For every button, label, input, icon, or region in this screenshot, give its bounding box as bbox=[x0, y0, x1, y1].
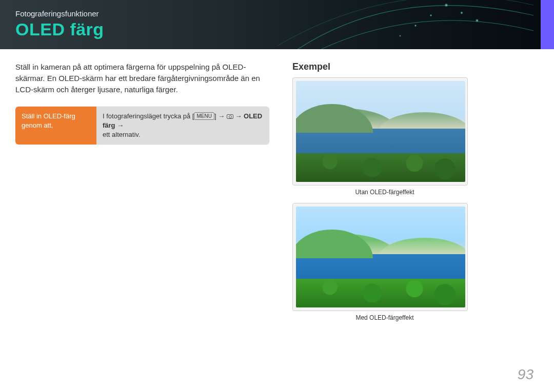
body-paragraph: Ställ in kameran på att optimera färgern… bbox=[15, 61, 272, 95]
setting-label-line2: genom att, bbox=[22, 121, 53, 129]
setting-box: Ställ in OLED-färg genom att, I fotograf… bbox=[15, 107, 269, 145]
svg-point-0 bbox=[444, 3, 448, 7]
svg-point-5 bbox=[399, 35, 401, 37]
examples-column: Exempel Utan OLED-färgeffekt Med OLED-fä… bbox=[292, 61, 477, 328]
breadcrumb: Fotograferingsfunktioner bbox=[15, 9, 99, 18]
example-image-without bbox=[296, 81, 465, 182]
setting-label: Ställ in OLED-färg genom att, bbox=[15, 107, 96, 145]
page-number: 93 bbox=[518, 366, 533, 383]
svg-point-4 bbox=[414, 25, 417, 27]
svg-point-1 bbox=[460, 11, 463, 14]
example-frame-with bbox=[292, 203, 468, 311]
page-title: OLED färg bbox=[15, 19, 104, 39]
instr-suffix: ett alternativ. bbox=[103, 131, 140, 138]
instr-prefix: I fotograferingsläget trycka på [ bbox=[103, 112, 194, 120]
setting-label-line1: Ställ in OLED-färg bbox=[22, 112, 75, 120]
header-banner: Fotograferingsfunktioner OLED färg bbox=[0, 0, 554, 49]
left-column: Ställ in kameran på att optimera färgern… bbox=[15, 61, 272, 145]
example-frame-without bbox=[292, 77, 468, 185]
setting-instruction: I fotograferingsläget trycka på [MENU] →… bbox=[96, 107, 269, 145]
instr-arrow2: → bbox=[115, 121, 124, 129]
instr-mid: ] → bbox=[214, 112, 227, 120]
swirl-decor bbox=[277, 0, 533, 49]
menu-button-icon: MENU bbox=[194, 112, 214, 120]
svg-point-2 bbox=[430, 14, 432, 17]
instr-arrow1: → bbox=[233, 112, 244, 120]
caption-without: Utan OLED-färgeffekt bbox=[292, 189, 477, 196]
camera-icon bbox=[227, 113, 233, 119]
example-image-with bbox=[296, 207, 465, 307]
examples-heading: Exempel bbox=[292, 61, 477, 72]
caption-with: Med OLED-färgeffekt bbox=[292, 314, 477, 321]
svg-point-3 bbox=[476, 19, 479, 23]
side-tab bbox=[541, 0, 554, 49]
